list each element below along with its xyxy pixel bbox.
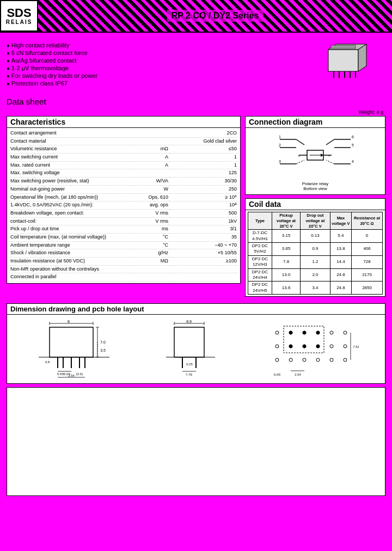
char-unit: °C — [135, 233, 169, 241]
svg-point-78 — [330, 345, 333, 348]
svg-point-89 — [289, 331, 292, 334]
char-label: Shock / vibration resistance — [9, 249, 135, 258]
char-label: Insulation resistance (at 500 VDC) — [9, 258, 135, 266]
table-row: Non-MR operation without the contrelays — [9, 265, 238, 273]
coil-cell: 13.0 — [272, 268, 300, 281]
svg-point-72 — [330, 331, 333, 334]
char-label: Connected in parallel — [9, 273, 135, 281]
connection-svg: 1 2 3 6 5 4 + − — [269, 131, 362, 180]
coil-cell: DP2 DC 5V/H2 — [248, 243, 272, 256]
coil-cell: 1.2 — [301, 255, 330, 268]
svg-text:(2.0): (2.0) — [76, 372, 82, 376]
front-view-svg: 8 7.0 3.5 — [33, 319, 120, 379]
page-header: SDS RELAIS RP 2 CO / DY2 Series — [0, 0, 392, 33]
coil-cell: 728 — [352, 255, 383, 268]
svg-text:2.54: 2.54 — [68, 374, 75, 377]
svg-point-68 — [275, 331, 279, 334]
char-value: ≤50 — [169, 145, 238, 154]
logo-relais: RELAIS — [6, 19, 33, 25]
diagram-top-label: Polarize relay Bottom view — [302, 181, 328, 191]
char-label: Coil temperature (max, (at nominal volta… — [9, 233, 135, 241]
char-value: ≥ 10⁸ — [169, 193, 238, 201]
table-row: D-7-DC 4.5V/H13.150.135.40 — [248, 230, 383, 243]
table-row: DP2 DC 5V/H23.650.913.8406 — [248, 243, 383, 256]
char-unit: W/VA — [135, 177, 169, 186]
table-row: Max switching current A 1 — [9, 154, 238, 162]
coil-header: Pickup voltage at 20°C V — [272, 212, 300, 230]
char-label: Max switching current — [9, 154, 135, 162]
svg-text:7.52: 7.52 — [353, 345, 359, 348]
product-image — [309, 37, 385, 81]
svg-text:6: 6 — [352, 135, 354, 139]
coil-cell: 13.8 — [330, 243, 351, 256]
table-row: Operational life (mech, (at 180 ops/min)… — [9, 193, 238, 201]
char-unit: Ops, 610 — [135, 193, 169, 201]
char-value: 10⁴ — [169, 201, 238, 210]
dimension-title: Dimension drawing and pcb hole layout — [7, 304, 385, 315]
svg-point-82 — [303, 358, 306, 362]
coil-cell: 24.8 — [330, 281, 351, 295]
side-view-svg: 8.9 0.25 7.79 — [163, 319, 218, 379]
connection-title: Connection diagram — [246, 117, 385, 128]
char-label: Max. rated current — [9, 161, 135, 169]
header-title: RP 2 CO / DY2 Series — [167, 10, 264, 22]
table-row: Ambient temperature range °C −40 ~ +70 — [9, 241, 238, 249]
char-unit: °C — [135, 241, 169, 249]
char-label: Contact material — [9, 137, 135, 145]
svg-text:6.0S: 6.0S — [274, 373, 280, 376]
char-label: Contact arrangement — [9, 130, 135, 137]
char-unit: V rms — [135, 209, 169, 217]
table-row: Max switching power (resistive, stat) W/… — [9, 177, 238, 186]
table-row: Shock / vibration resistance g/Hz ×5 10/… — [9, 249, 238, 258]
svg-point-73 — [344, 331, 347, 334]
coil-cell: DP2 DC 24V/H4 — [248, 268, 272, 281]
table-row: Volumetric resistance mΩ ≤50 — [9, 145, 238, 154]
coil-cell: 0 — [352, 230, 383, 243]
char-unit — [135, 273, 169, 281]
coil-cell: 5.4 — [330, 230, 351, 243]
char-unit — [135, 265, 169, 273]
table-row: Contact arrangement 2CO — [9, 130, 238, 137]
coil-cell: 406 — [352, 243, 383, 256]
logo-block: SDS RELAIS — [0, 0, 38, 32]
svg-text:5: 5 — [352, 143, 354, 147]
char-unit: mΩ — [135, 145, 169, 154]
char-label: 1.4kVDC, 0.5A/952VAC (20 ops./min): — [9, 201, 135, 210]
char-unit: MΩ — [135, 258, 169, 266]
svg-text:1: 1 — [279, 135, 281, 139]
svg-line-23 — [326, 160, 334, 164]
logo-sds: SDS — [7, 7, 31, 19]
pcb-layout-svg: 2.54 7.52 6.0S — [261, 319, 359, 379]
svg-line-15 — [296, 139, 304, 145]
char-value: ≥100 — [169, 258, 238, 266]
table-row: contact-coil: V rms 1kV — [9, 217, 238, 225]
char-value: 1 — [169, 154, 238, 162]
table-row: Nominal out-going power W 250 — [9, 185, 238, 193]
char-label: Operational life (mech, (at 180 ops/min)… — [9, 193, 135, 201]
char-label: Max switching power (resistive, stat) — [9, 177, 135, 186]
svg-line-20 — [326, 139, 334, 145]
bullet-item: For switching dry loads or power — [7, 72, 304, 79]
right-column: Connection diagram — [245, 116, 385, 300]
bullet-item: High contact reliability — [7, 41, 304, 49]
table-row: Connected in parallel — [9, 273, 238, 281]
svg-text:4: 4 — [352, 160, 354, 163]
char-value: Gold clad silver — [169, 137, 238, 145]
char-value: −40 ~ +70 — [169, 241, 238, 249]
char-label: Nominal out-going power — [9, 185, 135, 193]
drawing-side: 8.9 0.25 7.79 — [163, 319, 218, 379]
char-unit: A — [135, 161, 169, 169]
char-unit — [135, 137, 169, 145]
svg-point-87 — [303, 345, 306, 348]
coil-data-box: Coil data TypePickup voltage at 20°C VDr… — [245, 198, 385, 297]
bullets-section: High contact reliability6 cN bifurcated … — [7, 37, 385, 91]
coil-header: Type — [248, 212, 272, 230]
char-value: 125 — [169, 169, 238, 177]
char-value: 30/30 — [169, 177, 238, 186]
svg-rect-0 — [328, 50, 358, 71]
svg-text:8.9: 8.9 — [186, 320, 192, 323]
bullet-item: 6 cN bifurcated contact force — [7, 49, 304, 57]
drawing-pcb: 2.54 7.52 6.0S — [261, 319, 359, 379]
table-row: Max. rated current A 1 — [9, 161, 238, 169]
svg-rect-57 — [174, 327, 204, 357]
